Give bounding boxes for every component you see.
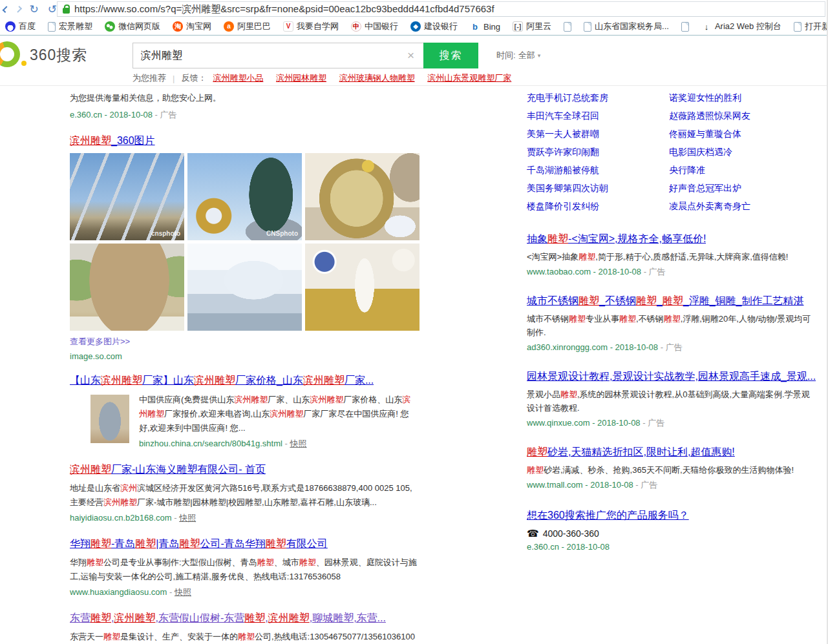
result-1-title[interactable]: 【山东滨州雕塑厂家】山东滨州雕塑厂家价格_山东滨州雕塑厂家... bbox=[70, 373, 374, 387]
bookmark-taobao[interactable]: 淘淘宝网 bbox=[173, 21, 211, 32]
side-ad-3: 园林景观设计教程,景观设计实战教学,园林景观高手速成_景观... 景观小品雕塑,… bbox=[527, 369, 816, 430]
sidebar-column: 充电手机订总统套房 诺奖迎女性的胜利 丰田汽车全球召回 赵薇路透照惊呆网友 美第… bbox=[527, 92, 816, 644]
side-ad-3-cite: www.qinxue.com - 2018-10-08 - 广告 bbox=[527, 417, 816, 430]
clear-icon[interactable]: × bbox=[398, 48, 423, 63]
bookmark-wechat[interactable]: 微信网页版 bbox=[105, 21, 160, 32]
bookmark-baidu[interactable]: 百度 bbox=[5, 21, 36, 32]
image-porcelain-plates-and-vase-wall[interactable] bbox=[305, 244, 419, 331]
image-sand-gorilla-sculpture[interactable] bbox=[70, 244, 184, 331]
bookmark-untitled-1[interactable] bbox=[564, 22, 571, 32]
hot-news-link[interactable]: 赵薇路透照惊呆网友 bbox=[669, 111, 816, 121]
bing-icon: b bbox=[470, 21, 480, 32]
image-ship-wheel-and-bronze-statue[interactable]: CNSphoto bbox=[187, 153, 302, 240]
bookmark-untitled-2[interactable] bbox=[681, 22, 689, 32]
hot-news-link[interactable]: 美第一夫人被群嘲 bbox=[527, 129, 669, 139]
bookmark-ccb[interactable]: ◆建设银行 bbox=[410, 21, 458, 32]
result-1-cite[interactable]: binzhou.china.cn/search/80b41g.shtml - 快… bbox=[139, 437, 419, 450]
result-4: 东营雕塑,滨州雕塑,东营假山假树-东营雕塑,滨州雕塑,聊城雕塑,东营... 东营… bbox=[70, 611, 419, 644]
result-1: 【山东滨州雕塑厂家】山东滨州雕塑厂家价格_山东滨州雕塑厂家... 中国供应商(免… bbox=[70, 373, 419, 450]
undo-icon[interactable]: ↺ bbox=[48, 4, 57, 15]
bookmark-aliyun[interactable]: [-]阿里云 bbox=[513, 21, 551, 32]
promo-phone-number: 4000-360-360 bbox=[543, 528, 599, 539]
side-ad-3-title[interactable]: 园林景观设计教程,景观设计实战教学,园林景观高手速成_景观... bbox=[527, 369, 816, 383]
browser-window: ↻ ↺ https://www.so.com/s?q=滨州雕塑&src=srp&… bbox=[0, 0, 828, 644]
bookmark-bing[interactable]: bBing bbox=[470, 21, 500, 32]
bookmark-hongjing[interactable]: 宏景雕塑 bbox=[48, 21, 92, 32]
hot-news-link[interactable]: 丰田汽车全球召回 bbox=[527, 111, 669, 121]
search-box[interactable]: × bbox=[133, 43, 423, 68]
images-block-title[interactable]: 滨州雕塑_360图片 bbox=[70, 134, 419, 147]
image-white-mother-and-baby-sculpture[interactable] bbox=[187, 244, 302, 331]
side-ad-4-title[interactable]: 雕塑砂岩,天猫精选折扣区,限时让利,超值惠购! bbox=[527, 445, 735, 459]
search-row: × 搜索 时间: 全部 ▾ bbox=[133, 43, 540, 68]
result-3-cite[interactable]: www.huaxiangdiaosu.com - 快照 bbox=[70, 586, 419, 599]
recommend-link-4[interactable]: 滨州山东景观雕塑厂家 bbox=[427, 73, 511, 83]
recommend-link-1[interactable]: 滨州雕塑小品 bbox=[213, 73, 263, 83]
hot-news-link[interactable]: 好声音总冠军出炉 bbox=[669, 183, 816, 193]
url-text[interactable]: https://www.so.com/s?q=滨州雕塑&src=srp&fr=n… bbox=[74, 3, 494, 16]
side-ad-3-desc: 景观小品雕塑,系统的园林景观设计教程,从0基础到高级,大量高端案例.学景观设计首… bbox=[527, 388, 816, 415]
back-icon[interactable] bbox=[3, 6, 9, 12]
forward-icon[interactable] bbox=[15, 6, 21, 12]
result-1-desc: 中国供应商(免费提供山东滨州雕塑厂家、山东滨州雕塑厂家价格、山东滨州雕塑厂家报价… bbox=[139, 393, 419, 435]
hot-news-link[interactable]: 楼盘降价引发纠纷 bbox=[527, 202, 669, 211]
result-4-desc: 东营天一雕塑是集设计、生产、安装于一体的雕塑公司,热线电话:1305467507… bbox=[70, 630, 419, 644]
result-2-title[interactable]: 滨州雕塑厂家-山东海义雕塑有限公司- 首页 bbox=[70, 462, 266, 476]
search-input[interactable] bbox=[133, 44, 398, 67]
result-1-thumbnail[interactable] bbox=[90, 395, 129, 443]
bookmark-51zxw[interactable]: V我要自学网 bbox=[283, 21, 339, 32]
side-ad-2-title[interactable]: 城市不锈钢雕塑_不锈钢雕塑_雕塑_浮雕_铜雕_制作工艺精湛 bbox=[527, 294, 804, 307]
hot-news-link[interactable]: 央行降准 bbox=[669, 165, 816, 175]
side-ad-4-desc: 雕塑砂岩,满减、秒杀、抢购,365天不间断,天猫给你极致的生活购物体验! bbox=[527, 463, 816, 477]
promo-cite: e.360.cn - 2018-10-08 bbox=[527, 542, 816, 552]
side-ad-2: 城市不锈钢雕塑_不锈钢雕塑_雕塑_浮雕_铜雕_制作工艺精湛 城市不锈钢雕塑专业从… bbox=[527, 294, 816, 354]
bookmark-shandong-tax[interactable]: 山东省国家税务局... bbox=[584, 21, 669, 32]
result-2-cite[interactable]: haiyidiaosu.cn.b2b168.com - 快照 bbox=[70, 512, 419, 525]
download-arrow-icon: ↓ bbox=[701, 21, 712, 32]
so360-dot-icon bbox=[21, 61, 27, 66]
watermark: CNSphoto bbox=[266, 230, 298, 237]
hot-news-link[interactable]: 电影国庆档遇冷 bbox=[669, 147, 816, 157]
page-icon bbox=[584, 22, 591, 32]
side-ad-2-cite: ad360.xinronggg.com - 2018-10-08 - 广告 bbox=[527, 341, 816, 354]
bookmark-boc[interactable]: 中中国银行 bbox=[351, 21, 398, 32]
result-3-desc: 华翔雕塑公司是专业从事制作:大型假山假树、青岛雕塑、城市雕塑、园林景观、庭院设计… bbox=[70, 556, 419, 584]
recommend-link-3[interactable]: 滨州玻璃钢人物雕塑 bbox=[339, 73, 415, 83]
promo-block: 想在360搜索推广您的产品服务吗？ ☎ 4000-360-360 e.360.c… bbox=[527, 509, 816, 552]
side-ad-1-title[interactable]: 抽象雕塑-<淘宝网>,规格齐全,畅享低价! bbox=[527, 232, 706, 245]
hot-news-link[interactable]: 佟丽娅与董璇合体 bbox=[669, 129, 816, 139]
hot-news-link[interactable]: 千岛湖游船被停航 bbox=[527, 165, 669, 175]
result-4-title[interactable]: 东营雕塑,滨州雕塑,东营假山假树-东营雕塑,滨州雕塑,聊城雕塑,东营... bbox=[70, 611, 386, 625]
hot-news-link[interactable]: 充电手机订总统套房 bbox=[527, 93, 669, 103]
bookmark-alibaba[interactable]: a阿里巴巴 bbox=[224, 21, 271, 32]
ccb-icon: ◆ bbox=[410, 21, 421, 32]
image-steel-spires-monument[interactable]: cnsphoto bbox=[70, 153, 184, 240]
time-filter[interactable]: 时间: 全部 ▾ bbox=[496, 50, 540, 61]
side-ad-2-desc: 城市不锈钢雕塑专业从事雕塑,不锈钢雕塑,浮雕,铜雕20年,人物/动物/景观均可制… bbox=[527, 312, 816, 339]
results-column: 为您提供海量相关信息，助您安心上网。 e.360.cn - 2018-10-08… bbox=[70, 92, 419, 644]
search-button[interactable]: 搜索 bbox=[423, 43, 478, 68]
hot-news-link[interactable]: 美国务卿第四次访朝 bbox=[527, 183, 669, 193]
bookmark-aria2[interactable]: ↓Aria2 Web 控制台 bbox=[701, 21, 781, 32]
side-ad-1-cite: www.taobao.com - 2018-10-08 - 广告 bbox=[527, 265, 816, 278]
watermark: cnsphoto bbox=[151, 230, 180, 237]
page-icon bbox=[681, 22, 689, 32]
so360-logo[interactable]: 360搜索 bbox=[0, 41, 87, 67]
result-3-title[interactable]: 华翔雕塑-青岛雕塑|青岛雕塑公司-青岛华翔雕塑有限公司 bbox=[70, 537, 328, 550]
image-mosaic-teacup-sculpture[interactable] bbox=[305, 153, 419, 240]
recommend-link-2[interactable]: 滨州园林雕塑 bbox=[276, 73, 326, 83]
hot-news-link[interactable]: 贾跃亭许家印闹翻 bbox=[527, 147, 669, 157]
promo-title[interactable]: 想在360搜索推广您的产品服务吗？ bbox=[527, 510, 689, 521]
more-images-link[interactable]: 查看更多图片>> bbox=[70, 336, 419, 348]
taobao-icon: 淘 bbox=[173, 21, 183, 32]
feedback-label[interactable]: 反馈： bbox=[181, 72, 206, 84]
hot-news-link[interactable]: 诺奖迎女性的胜利 bbox=[669, 93, 816, 103]
refresh-icon[interactable]: ↻ bbox=[30, 4, 39, 15]
address-bar[interactable]: https://www.so.com/s?q=滨州雕塑&src=srp&fr=n… bbox=[57, 1, 825, 17]
search-header: 360搜索 × 搜索 时间: 全部 ▾ 为您推荐 | 反馈： 滨州雕塑小品 滨州… bbox=[0, 36, 827, 86]
so360-ring-icon bbox=[0, 41, 20, 67]
result-3: 华翔雕塑-青岛雕塑|青岛雕塑公司-青岛华翔雕塑有限公司 华翔雕塑公司是专业从事制… bbox=[70, 537, 419, 599]
bookmark-newtab[interactable]: 打开新的标签页 bbox=[794, 21, 827, 32]
hot-news-link[interactable]: 凌晨点外卖离奇身亡 bbox=[669, 202, 816, 211]
baidu-icon bbox=[5, 21, 16, 32]
